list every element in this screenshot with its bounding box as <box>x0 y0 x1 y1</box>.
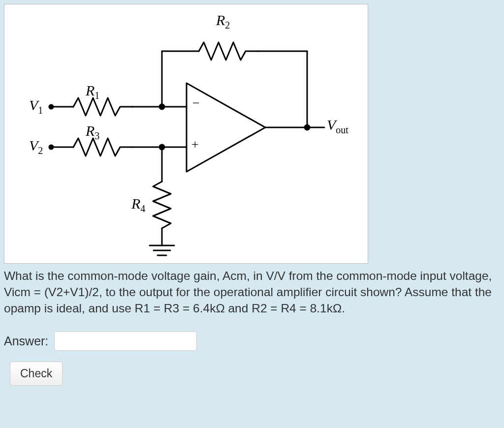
label-r4: R4 <box>131 195 145 214</box>
question-text: What is the common-mode voltage gain, Ac… <box>4 268 500 316</box>
opamp-plus: + <box>191 137 199 152</box>
circuit-diagram: R2 R1 R3 R4 V1 V2 Vout − + <box>4 4 368 264</box>
label-r3: R3 <box>86 122 99 142</box>
answer-input[interactable] <box>54 331 197 351</box>
answer-row: Answer: <box>4 331 500 351</box>
opamp-minus: − <box>192 96 200 111</box>
answer-label: Answer: <box>4 334 48 348</box>
question-container: R2 R1 R3 R4 V1 V2 Vout − + What is the c… <box>0 0 504 390</box>
label-v2: V2 <box>29 137 43 156</box>
label-r1: R1 <box>86 82 99 101</box>
label-r2: R2 <box>216 12 230 31</box>
label-vout: Vout <box>327 117 348 136</box>
label-v1: V1 <box>29 97 43 116</box>
check-button[interactable]: Check <box>10 362 63 386</box>
circuit-svg <box>4 4 369 264</box>
